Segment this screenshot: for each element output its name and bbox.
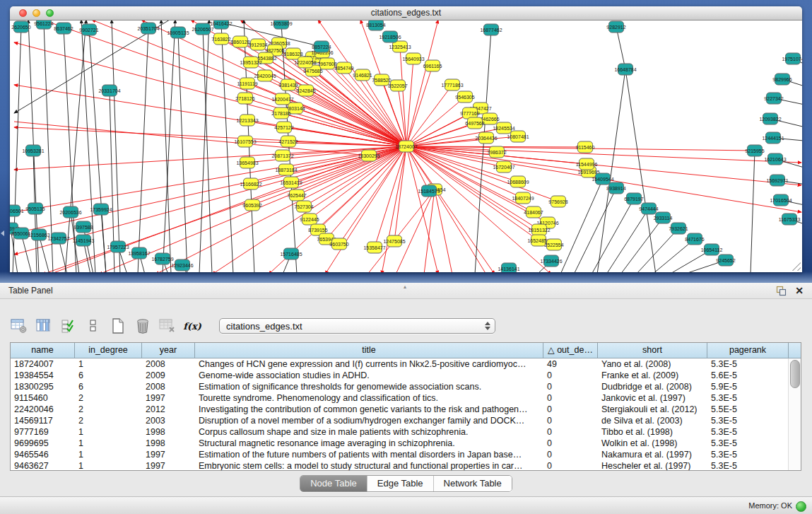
network-node[interactable]: 6961165 xyxy=(423,60,442,71)
network-node[interactable]: 9505135 xyxy=(25,203,45,214)
column-header-pagerank[interactable]: pagerank xyxy=(707,343,789,358)
network-node[interactable]: 9146821 xyxy=(353,69,372,81)
network-node[interactable]: 2522554 xyxy=(544,239,563,250)
close-panel-icon[interactable]: ✕ xyxy=(795,284,804,297)
network-node[interactable]: 16648784 xyxy=(614,64,636,75)
table-row[interactable]: 969969511998Structural magnetic resonanc… xyxy=(11,438,789,449)
table-row[interactable]: 946362711997Embryonic stem cells: a mode… xyxy=(11,460,789,470)
network-node[interactable]: 14136141 xyxy=(498,263,519,272)
network-node[interactable]: 8522057 xyxy=(388,80,407,91)
network-node[interactable]: 19751074 xyxy=(782,53,802,64)
network-node[interactable]: 2718126 xyxy=(235,93,254,104)
table-row[interactable]: 2242004622012Investigating the contribut… xyxy=(11,404,789,415)
network-node[interactable]: 15905135 xyxy=(167,27,189,38)
column-header-year[interactable]: year xyxy=(142,343,195,358)
network-node[interactable]: 7932621 xyxy=(669,223,688,234)
network-node[interactable]: 9605392 xyxy=(242,199,261,211)
network-node[interactable]: 20331704 xyxy=(98,85,120,96)
network-node[interactable]: 9603750 xyxy=(329,238,348,250)
network-node[interactable]: 10688609 xyxy=(507,176,529,187)
network-node[interactable]: 10953281 xyxy=(22,145,44,156)
network-node[interactable]: 16877462 xyxy=(480,24,502,35)
network-node[interactable]: 17771863 xyxy=(441,79,463,90)
network-node[interactable]: 16053809 xyxy=(270,21,292,29)
network-node[interactable]: 9829966 xyxy=(772,74,792,85)
network-node[interactable]: 13958167 xyxy=(128,247,150,259)
table-row[interactable]: 977716911998Corpus callosum shape and si… xyxy=(11,426,789,438)
network-node[interactable]: 4257122 xyxy=(274,122,293,133)
network-node[interactable]: 9381439 xyxy=(278,79,298,90)
network-node[interactable]: 16210643 xyxy=(764,153,786,165)
table-row[interactable]: 1938455462009Genome-wide association stu… xyxy=(11,370,789,381)
network-canvas[interactable]: 1872400771638228860128891293422260538982… xyxy=(10,21,802,272)
network-node[interactable]: 17016504 xyxy=(770,194,792,206)
column-check-icon[interactable] xyxy=(59,317,78,335)
table-row[interactable]: 911546021997Tourette syndrome. Phenomeno… xyxy=(11,392,789,404)
column-header-name[interactable]: name xyxy=(11,343,75,358)
table-settings-icon[interactable] xyxy=(10,317,28,335)
network-node[interactable]: 4271522 xyxy=(278,136,298,147)
table-row[interactable]: 1456911722003Disruption of a novel membe… xyxy=(11,415,789,426)
tab-edge-table[interactable]: Edge Table xyxy=(367,476,433,491)
network-node[interactable]: 8857224 xyxy=(312,41,331,52)
network-node[interactable]: 15640933 xyxy=(402,53,424,64)
column-header-title[interactable]: title xyxy=(195,343,543,358)
column-header-out_de[interactable]: △ out_de… xyxy=(543,343,598,358)
network-node[interactable]: 12342757 xyxy=(47,233,69,244)
network-node[interactable]: 9756928 xyxy=(548,196,567,207)
network-node[interactable]: 8854749 xyxy=(334,62,353,74)
network-node[interactable]: 11191119 xyxy=(237,78,257,89)
network-node[interactable]: 9902721 xyxy=(79,24,98,35)
network-node[interactable]: 15716485 xyxy=(280,248,302,259)
tab-node-table[interactable]: Node Table xyxy=(300,476,367,491)
network-node[interactable]: 7625447 xyxy=(287,189,306,201)
network-node[interactable]: 11675333 xyxy=(779,214,801,225)
table-header-row[interactable]: namein_degreeyeartitle△ out_de…shortpage… xyxy=(11,343,801,358)
network-node[interactable]: 9227342 xyxy=(764,93,783,104)
network-node[interactable]: 2620650 xyxy=(11,21,30,33)
network-node[interactable]: 8860128 xyxy=(230,36,249,47)
network-node[interactable]: 16107553 xyxy=(234,136,256,147)
network-node[interactable]: 12156863 xyxy=(28,229,49,240)
network-node[interactable]: 6497568 xyxy=(465,117,484,129)
splitter-collapse-icon[interactable] xyxy=(1,230,4,236)
network-node[interactable]: 7163822 xyxy=(211,33,230,45)
minimize-window-icon[interactable] xyxy=(33,9,40,17)
network-node[interactable]: 8637462 xyxy=(54,23,73,34)
network-node[interactable]: 13654983 xyxy=(236,157,258,168)
column-header-short[interactable]: short xyxy=(598,343,707,358)
network-node[interactable]: 9474444 xyxy=(639,203,658,214)
network-node[interactable]: 8471676 xyxy=(685,233,704,245)
network-node[interactable]: 9546305 xyxy=(455,91,474,103)
network-node[interactable]: 2178186 xyxy=(271,107,290,119)
table-selector-dropdown[interactable]: citations_edges.txt xyxy=(219,318,495,334)
network-node[interactable]: 20351704 xyxy=(137,23,159,34)
network-node[interactable]: 9115460 xyxy=(576,141,595,153)
show-columns-icon[interactable] xyxy=(35,317,53,335)
network-node[interactable]: 17359924 xyxy=(90,204,112,215)
maximize-window-icon[interactable] xyxy=(46,9,54,17)
tab-network-table[interactable]: Network Table xyxy=(433,476,512,491)
network-node[interactable]: 12213343 xyxy=(236,115,258,126)
network-node[interactable]: 15358477 xyxy=(363,242,385,253)
network-node[interactable]: 4184067 xyxy=(524,206,543,218)
network-node[interactable]: 10654112 xyxy=(701,244,723,255)
network-node[interactable]: 8938914 xyxy=(606,182,625,194)
network-node[interactable]: 18407249 xyxy=(512,192,534,204)
network-node[interactable]: 9242845 xyxy=(296,85,315,96)
network-node[interactable]: 16720407 xyxy=(493,161,514,173)
network-node[interactable]: 9282912 xyxy=(606,21,625,33)
network-node[interactable]: 9245652 xyxy=(716,255,735,266)
network-node[interactable]: 9122445 xyxy=(300,214,319,225)
scrollbar-thumb[interactable] xyxy=(790,360,800,388)
destroy-table-icon[interactable] xyxy=(158,317,177,335)
panel-drag-handle-icon[interactable]: ▴ xyxy=(404,284,406,290)
network-node[interactable]: 12093822 xyxy=(759,113,781,124)
network-node[interactable]: 17334426 xyxy=(540,255,562,267)
table-row[interactable]: 1830029562008Estimation of significance … xyxy=(11,381,789,392)
column-header-in_degree[interactable]: in_degree xyxy=(75,343,142,358)
network-node[interactable]: 20364436 xyxy=(475,132,497,144)
network-node[interactable]: 6879197 xyxy=(624,193,643,204)
network-node[interactable]: 7527304 xyxy=(294,201,313,212)
network-node[interactable]: 11451943 xyxy=(73,235,95,246)
